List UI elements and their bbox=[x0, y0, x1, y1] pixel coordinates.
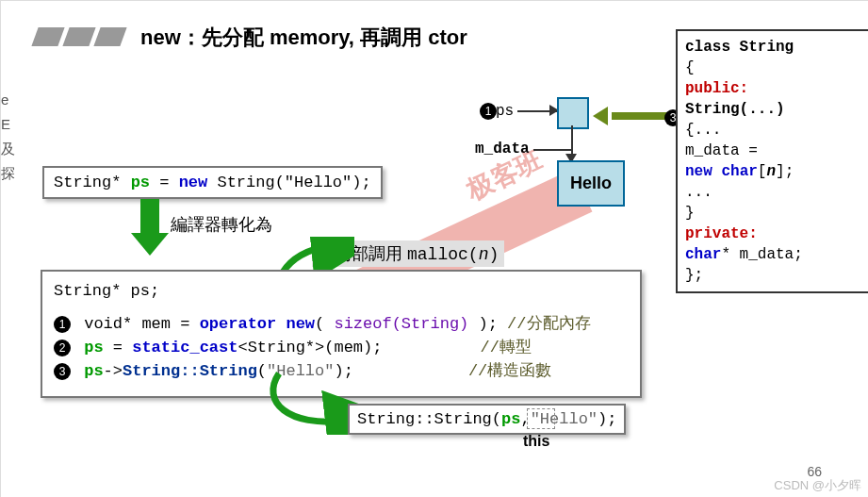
hello-box: Hello bbox=[557, 160, 625, 207]
curve-arrow-down-icon bbox=[251, 369, 364, 435]
step-1-badge: 1 bbox=[54, 316, 71, 333]
translate-label: 編譯器轉化為 bbox=[171, 213, 272, 236]
slide-title: new：先分配 memory, 再調用 ctor bbox=[140, 24, 467, 52]
arrow-down-icon bbox=[133, 199, 167, 256]
code-original: String* ps = new String("Hello"); bbox=[42, 166, 383, 199]
csdn-attribution: CSDN @小夕晖 bbox=[774, 477, 861, 494]
ctor-call-box: String::String(ps,"Hello"); bbox=[348, 404, 626, 435]
title-bars bbox=[35, 27, 128, 46]
ps-label: ps bbox=[496, 103, 514, 120]
mdata-label: m_data bbox=[475, 141, 530, 157]
step-2-badge: 2 bbox=[54, 340, 71, 356]
this-label: this bbox=[523, 433, 549, 450]
sidebar-cutoff: e E 及 探 bbox=[1, 88, 14, 186]
this-highlight bbox=[527, 408, 555, 429]
class-definition: class String { public: String(...) {... … bbox=[676, 29, 868, 293]
diagram-step-1-badge: 1 bbox=[480, 103, 497, 120]
ps-box bbox=[557, 97, 589, 129]
step-3-badge: 3 bbox=[54, 363, 71, 380]
